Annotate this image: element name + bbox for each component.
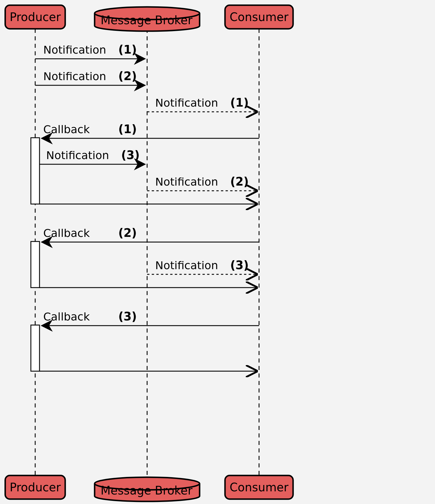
svg-text:Callback: Callback xyxy=(43,310,90,323)
message-notification-1-to-consumer: Notification (1) xyxy=(147,96,257,112)
svg-text:Notification: Notification xyxy=(43,44,106,56)
svg-text:(2): (2) xyxy=(118,226,137,239)
activation-producer-2 xyxy=(31,241,40,288)
participant-broker-label: Message Broker xyxy=(101,14,193,27)
svg-text:(2): (2) xyxy=(230,175,249,188)
svg-text:(3): (3) xyxy=(121,148,140,162)
svg-text:Callback: Callback xyxy=(43,227,90,239)
message-callback-2: Callback (2) xyxy=(42,226,259,242)
message-notification-3-to-consumer: Notification (3) xyxy=(147,258,257,274)
message-notification-2-to-broker: Notification (2) xyxy=(35,69,145,85)
participant-consumer-top: Consumer xyxy=(225,5,293,29)
participant-producer-label: Producer xyxy=(10,10,61,24)
svg-text:(1): (1) xyxy=(118,122,137,136)
svg-text:Notification: Notification xyxy=(155,97,218,109)
svg-text:Notification: Notification xyxy=(155,259,218,272)
svg-text:Consumer: Consumer xyxy=(230,481,289,494)
svg-text:(3): (3) xyxy=(230,258,249,272)
svg-text:Notification: Notification xyxy=(43,70,106,83)
message-notification-2-to-consumer: Notification (2) xyxy=(147,175,257,191)
message-callback-1: Callback (1) xyxy=(42,122,259,138)
message-callback-3: Callback (3) xyxy=(42,310,259,326)
svg-text:(1): (1) xyxy=(118,43,137,56)
svg-text:Message Broker: Message Broker xyxy=(101,484,193,497)
svg-text:(1): (1) xyxy=(230,96,249,109)
participant-broker-bottom: Message Broker xyxy=(95,477,200,501)
svg-text:(2): (2) xyxy=(118,69,137,83)
svg-text:Notification: Notification xyxy=(46,149,109,162)
message-notification-1-to-broker: Notification (1) xyxy=(35,43,145,59)
svg-text:(3): (3) xyxy=(118,310,137,323)
svg-text:Notification: Notification xyxy=(155,175,218,188)
svg-text:Callback: Callback xyxy=(43,123,90,136)
participant-producer-bottom: Producer xyxy=(5,475,65,499)
message-notification-3-to-broker: Notification (3) xyxy=(40,148,145,164)
activation-producer-3 xyxy=(31,325,40,371)
activation-producer-1 xyxy=(31,138,40,204)
participant-broker-top: Message Broker xyxy=(95,7,200,31)
participant-consumer-label: Consumer xyxy=(230,10,289,24)
participant-producer-top: Producer xyxy=(5,5,65,29)
participant-consumer-bottom: Consumer xyxy=(225,475,293,499)
svg-text:Producer: Producer xyxy=(10,481,61,494)
